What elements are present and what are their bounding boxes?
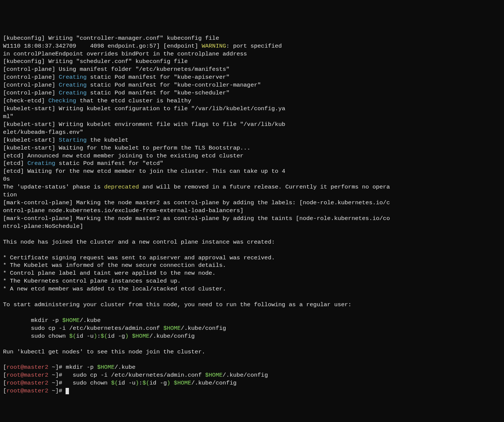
- terminal-text: elet/kubeadm-flags.env": [3, 129, 83, 136]
- terminal-text: ntrol-plane:NoSchedule]: [3, 223, 83, 230]
- terminal-text: [kubelet-start]: [3, 137, 59, 144]
- terminal-line: * The Kubernetes control plane instances…: [3, 277, 501, 285]
- terminal-text: static Pod manifest for "kube-apiserver": [87, 74, 229, 81]
- terminal-text: * Certificate signing request was sent t…: [3, 254, 275, 261]
- terminal-line: [3, 356, 501, 364]
- terminal-line: [root@master2 ~]#: [3, 387, 501, 395]
- terminal-line: * Control plane label and taint were app…: [3, 269, 501, 277]
- terminal-line: This node has joined the cluster and a n…: [3, 238, 501, 246]
- terminal-text: id -u: [76, 333, 94, 340]
- terminal-text: sudo chown: [3, 333, 69, 340]
- terminal-line: The 'update-status' phase is deprecated …: [3, 183, 501, 191]
- terminal-text: that the etcd cluster is healthy: [76, 97, 191, 104]
- terminal-line: [3, 309, 501, 317]
- terminal-text: [mark-control-plane] Marking the node ma…: [3, 199, 390, 206]
- terminal-line: [kubelet-start] Writing kubelet configur…: [3, 105, 501, 113]
- terminal-text: root@master2: [6, 380, 48, 386]
- terminal-line: [mark-control-plane] Marking the node ma…: [3, 199, 501, 207]
- terminal-text: id -g: [150, 380, 167, 386]
- terminal-line: ml": [3, 113, 501, 121]
- terminal-text: [control-plane]: [3, 82, 59, 88]
- terminal-line: To start administering your cluster from…: [3, 301, 501, 309]
- terminal-text: ): [136, 380, 139, 386]
- terminal-line: W1110 18:08:37.342709 4098 endpoint.go:5…: [3, 42, 501, 50]
- terminal-line: in controlPlaneEndpoint overrides bindPo…: [3, 50, 501, 58]
- terminal-text: /.kube/config: [181, 325, 226, 332]
- terminal-line: [control-plane] Creating static Pod mani…: [3, 89, 501, 97]
- terminal-line: [3, 230, 501, 238]
- terminal-text: ontrol-plane node.kubernetes.io/exclude-…: [3, 207, 244, 214]
- terminal-line: mkdir -p $HOME/.kube: [3, 317, 501, 325]
- terminal-line: 0s: [3, 175, 501, 183]
- terminal-text: Creating: [59, 90, 87, 96]
- terminal-line: [etcd] Waiting for the new etcd member t…: [3, 168, 501, 175]
- terminal-text: [mark-control-plane] Marking the node ma…: [3, 215, 390, 222]
- terminal-text: /.kube: [80, 317, 101, 324]
- terminal[interactable]: [kubeconfig] Writing "controller-manager…: [3, 34, 501, 395]
- terminal-line: [check-etcd] Checking that the etcd clus…: [3, 97, 501, 105]
- terminal-text: static Pod manifest for "kube-scheduler": [87, 90, 229, 96]
- terminal-text: : port specified: [226, 43, 282, 49]
- terminal-text: /.kube/config: [191, 380, 236, 386]
- terminal-line: ntrol-plane:NoSchedule]: [3, 223, 501, 230]
- terminal-text: $HOME: [174, 380, 191, 386]
- terminal-text: WARNING: [202, 43, 226, 49]
- terminal-text: $HOME: [62, 317, 80, 324]
- cursor: [66, 388, 69, 394]
- terminal-text: [kubelet-start] Waiting for the kubelet …: [3, 145, 250, 151]
- terminal-line: [kubelet-start] Writing kubelet environm…: [3, 121, 501, 129]
- terminal-line: [etcd] Announced new etcd member joining…: [3, 152, 501, 160]
- terminal-text: 0s: [3, 176, 10, 183]
- terminal-text: $(: [101, 333, 108, 340]
- terminal-text: [control-plane] Using manifest folder "/…: [3, 66, 230, 73]
- terminal-text: [kubelet-start] Writing kubelet configur…: [3, 105, 285, 112]
- terminal-text: tion: [3, 192, 17, 198]
- terminal-text: static Pod manifest for "etcd": [55, 160, 163, 167]
- terminal-text: deprecated: [104, 184, 139, 190]
- terminal-text: Starting: [59, 137, 87, 144]
- terminal-text: This node has joined the cluster and a n…: [3, 239, 275, 245]
- terminal-text: [check-etcd]: [3, 97, 48, 104]
- terminal-text: ~]#: [48, 388, 66, 394]
- terminal-line: [root@master2 ~]# mkdir -p $HOME/.kube: [3, 364, 501, 371]
- terminal-text: $HOME: [163, 325, 181, 332]
- terminal-text: To start administering your cluster from…: [3, 301, 351, 308]
- terminal-text: ~]# mkdir -p: [48, 364, 97, 371]
- terminal-text: Creating: [59, 82, 87, 88]
- terminal-text: $(: [111, 380, 118, 386]
- terminal-line: [mark-control-plane] Marking the node ma…: [3, 215, 501, 223]
- terminal-text: [kubeconfig] Writing "controller-manager…: [3, 35, 219, 42]
- terminal-text: /.kube/config: [150, 333, 195, 340]
- terminal-text: [etcd] Waiting for the new etcd member t…: [3, 168, 285, 175]
- terminal-text: [: [3, 388, 6, 394]
- terminal-line: sudo chown $(id -u):$(id -g) $HOME/.kube…: [3, 332, 501, 340]
- terminal-line: Run 'kubectl get nodes' to see this node…: [3, 348, 501, 356]
- terminal-text: * The Kubernetes control plane instances…: [3, 278, 181, 284]
- terminal-line: [kubelet-start] Waiting for the kubelet …: [3, 144, 501, 152]
- terminal-text: ~]# sudo cp -i /etc/kubernetes/admin.con…: [48, 372, 205, 379]
- terminal-line: [control-plane] Creating static Pod mani…: [3, 81, 501, 89]
- terminal-text: in controlPlaneEndpoint overrides bindPo…: [3, 51, 247, 57]
- terminal-line: sudo cp -i /etc/kubernetes/admin.conf $H…: [3, 325, 501, 332]
- terminal-line: [kubeconfig] Writing "scheduler.conf" ku…: [3, 58, 501, 66]
- terminal-text: root@master2: [6, 364, 48, 371]
- terminal-text: Creating: [27, 160, 55, 167]
- terminal-text: $HOME: [97, 364, 115, 371]
- terminal-text: sudo cp -i /etc/kubernetes/admin.conf: [3, 325, 163, 332]
- terminal-text: /.kube: [115, 364, 136, 371]
- terminal-line: [3, 246, 501, 254]
- terminal-text: [: [3, 380, 6, 386]
- terminal-line: [3, 293, 501, 301]
- terminal-text: $(: [69, 333, 76, 340]
- terminal-line: [etcd] Creating static Pod manifest for …: [3, 160, 501, 168]
- terminal-text: [control-plane]: [3, 90, 59, 96]
- terminal-text: [control-plane]: [3, 74, 59, 81]
- terminal-text: root@master2: [6, 372, 48, 379]
- terminal-text: [: [3, 372, 6, 379]
- terminal-text: and will be removed in a future release.…: [139, 184, 390, 190]
- terminal-line: [kubelet-start] Starting the kubelet: [3, 136, 501, 144]
- terminal-text: ml": [3, 113, 13, 120]
- terminal-text: [: [3, 364, 6, 371]
- terminal-text: id -g: [108, 333, 125, 340]
- terminal-text: W1110 18:08:37.342709 4098 endpoint.go:5…: [3, 43, 202, 49]
